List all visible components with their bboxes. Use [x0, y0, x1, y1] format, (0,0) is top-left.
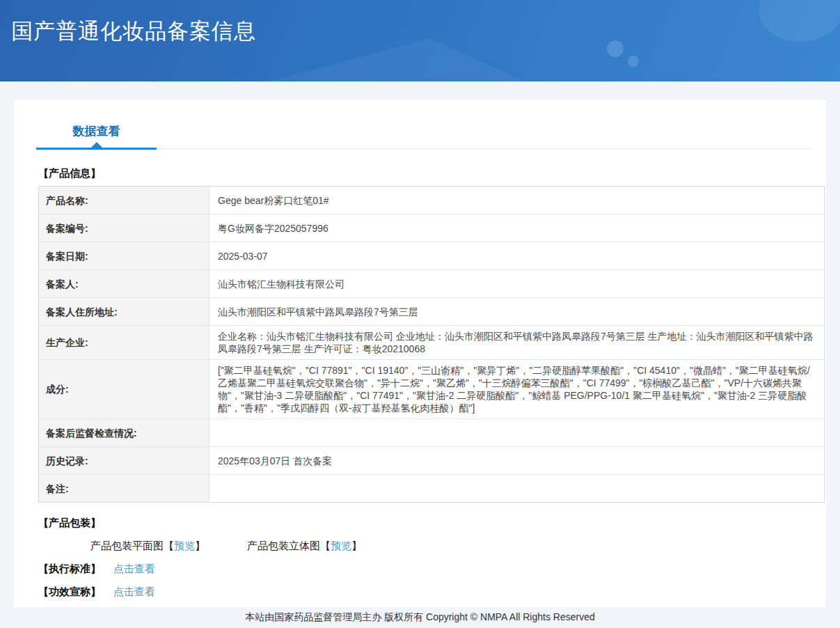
table-row-registrant-address: 备案人住所地址: 汕头市潮阳区和平镇紫中路凤皋路段7号第三层 — [39, 298, 824, 326]
row-label: 生产企业: — [39, 326, 209, 359]
row-label: 产品名称: — [39, 187, 209, 214]
page-footer: 本站由国家药品监督管理局主办 版权所有 Copyright © NMPA All… — [0, 607, 840, 628]
efficacy-line: 【功效宣称】 点击查看 — [38, 586, 826, 599]
standard-label: 【执行标准】 — [38, 563, 101, 576]
table-row-filing-number: 备案编号: 粤G妆网备字2025057996 — [39, 214, 824, 242]
page-title: 国产普通化妆品备案信息 — [11, 17, 256, 46]
bracket-open: 【 — [320, 540, 331, 553]
efficacy-label: 【功效宣称】 — [38, 586, 101, 599]
row-value: 汕头市铭汇生物科技有限公司 — [209, 270, 824, 297]
table-row-registrant: 备案人: 汕头市铭汇生物科技有限公司 — [39, 270, 824, 298]
row-value: 2025-03-07 — [209, 242, 824, 269]
content-card: 数据查看 【产品信息】 产品名称: Gege bear粉雾口红笔01# 备案编号… — [14, 100, 826, 607]
row-label: 备注: — [39, 475, 209, 502]
banner-decoration-circle — [759, 0, 840, 42]
row-value — [209, 419, 824, 446]
table-row-filing-date: 备案日期: 2025-03-07 — [39, 242, 824, 270]
row-label: 成分: — [39, 360, 209, 418]
row-value: 粤G妆网备字2025057996 — [209, 214, 824, 242]
row-label: 历史记录: — [39, 447, 209, 474]
row-value: 2025年03月07日 首次备案 — [209, 447, 824, 474]
table-row-remarks: 备注: — [39, 475, 824, 502]
row-value: 汕头市潮阳区和平镇紫中路凤皋路段7号第三层 — [209, 298, 824, 325]
product-info-heading: 【产品信息】 — [38, 167, 826, 180]
table-row-manufacturer: 生产企业: 企业名称：汕头市铭汇生物科技有限公司 企业地址：汕头市潮阳区和平镇紫… — [39, 326, 824, 360]
bracket-close: 】 — [351, 540, 362, 553]
packaging-heading: 【产品包装】 — [38, 517, 826, 530]
packaging-flat-view-label: 产品包装平面图 — [90, 540, 164, 553]
banner-decoration-circle — [628, 56, 639, 67]
packaging-flat-preview-link[interactable]: 预览 — [174, 540, 195, 553]
row-label: 备案编号: — [39, 214, 209, 242]
row-label: 备案日期: — [39, 242, 209, 269]
row-value: ["聚二甲基硅氧烷"，"CI 77891"，"CI 19140"，"三山嵛精"，… — [209, 360, 824, 418]
row-label: 备案后监督检查情况: — [39, 419, 209, 446]
bracket-close: 】 — [195, 540, 205, 553]
efficacy-view-link[interactable]: 点击查看 — [113, 586, 155, 599]
footer-copyright: 本站由国家药品监督管理局主办 版权所有 Copyright © NMPA All… — [245, 611, 594, 624]
banner-decoration-circle — [607, 40, 624, 57]
page-header: 国产普通化妆品备案信息 — [0, 0, 840, 81]
packaging-items: 产品包装平面图 【 预览 】 产品包装立体图 【 预览 】 — [90, 540, 826, 553]
packaging-3d-view-label: 产品包装立体图 — [247, 540, 320, 553]
tab-data-view[interactable]: 数据查看 — [36, 123, 157, 148]
row-value — [209, 475, 824, 502]
product-info-table: 产品名称: Gege bear粉雾口红笔01# 备案编号: 粤G妆网备字2025… — [38, 186, 825, 503]
row-label: 备案人: — [39, 270, 209, 297]
packaging-flat-view: 产品包装平面图 【 预览 】 — [90, 540, 205, 553]
table-row-ingredients: 成分: ["聚二甲基硅氧烷"，"CI 77891"，"CI 19140"，"三山… — [39, 360, 824, 419]
table-row-history: 历史记录: 2025年03月07日 首次备案 — [39, 447, 824, 475]
table-row-product-name: 产品名称: Gege bear粉雾口红笔01# — [39, 187, 824, 214]
row-value: Gege bear粉雾口红笔01# — [209, 187, 824, 214]
banner-decoration-polygon — [209, 38, 612, 81]
packaging-3d-view: 产品包装立体图 【 预览 】 — [247, 540, 362, 553]
tabs-row: 数据查看 — [36, 123, 811, 149]
table-row-supervision-check: 备案后监督检查情况: — [39, 419, 824, 447]
tab-active-underline — [36, 148, 157, 150]
tab-active-caret-icon — [91, 142, 102, 148]
standard-line: 【执行标准】 点击查看 — [38, 563, 826, 576]
standard-view-link[interactable]: 点击查看 — [113, 563, 155, 576]
bracket-open: 【 — [164, 540, 174, 553]
row-label: 备案人住所地址: — [39, 298, 209, 325]
packaging-3d-preview-link[interactable]: 预览 — [331, 540, 351, 553]
row-value: 企业名称：汕头市铭汇生物科技有限公司 企业地址：汕头市潮阳区和平镇紫中路凤皋路段… — [209, 326, 824, 359]
tab-data-view-label: 数据查看 — [73, 125, 120, 138]
